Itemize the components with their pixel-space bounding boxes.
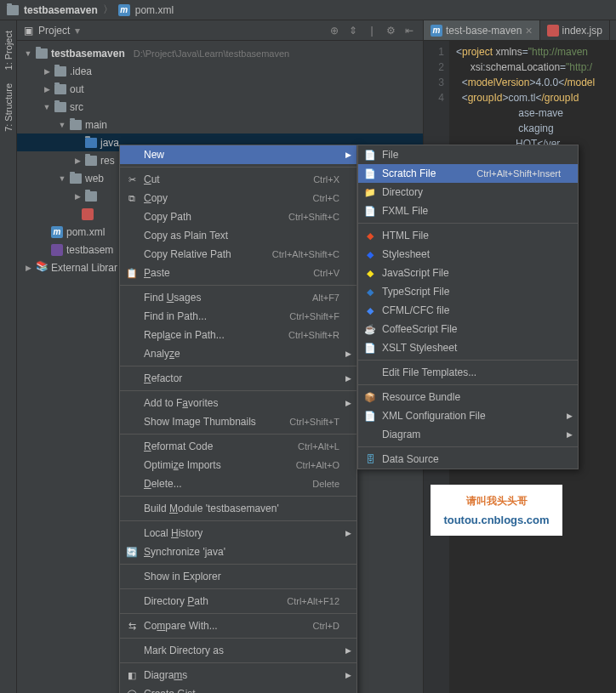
menu-diagrams[interactable]: ◧Diagrams▶ [120, 666, 356, 684]
tree-label: res [100, 155, 115, 167]
tree-node-main[interactable]: main [17, 116, 423, 133]
menu-add-favorites[interactable]: Add to Favorites▶ [120, 394, 356, 412]
submenu-arrow-icon: ▶ [345, 529, 351, 537]
submenu-datasource[interactable]: 🗄Data Source [358, 450, 578, 469]
expand-arrow-icon[interactable] [43, 85, 51, 94]
menu-optimize[interactable]: Optimize ImportsCtrl+Alt+O [120, 456, 356, 474]
expand-arrow-icon[interactable] [58, 174, 66, 183]
menu-compare[interactable]: ⇆Compare With...Ctrl+D [120, 616, 356, 635]
diagram-icon: ◧ [125, 668, 139, 682]
close-icon[interactable]: × [525, 24, 532, 37]
breadcrumb-folder[interactable]: testbasemaven [24, 4, 98, 16]
collapse-icon[interactable]: ⇕ [346, 24, 360, 37]
expand-arrow-icon[interactable] [58, 121, 66, 129]
menu-label: Copy [144, 192, 168, 204]
menu-show-thumbnails[interactable]: Show Image ThumbnailsCtrl+Shift+T [120, 412, 356, 431]
dropdown-arrow-icon[interactable]: ▾ [75, 25, 80, 37]
expand-arrow-icon[interactable] [43, 67, 51, 76]
tree-node-src[interactable]: src [17, 98, 423, 116]
breadcrumb-file[interactable]: pom.xml [135, 4, 174, 16]
menu-find-usages[interactable]: Find UsagesAlt+F7 [120, 288, 356, 307]
menu-find-in-path[interactable]: Find in Path...Ctrl+Shift+F [120, 307, 356, 326]
expand-arrow-icon[interactable] [24, 264, 32, 272]
submenu-bundle[interactable]: 📦Resource Bundle [358, 388, 578, 406]
menu-label: Copy Relative Path [144, 248, 231, 260]
menu-analyze[interactable]: Analyze▶ [120, 344, 356, 363]
expand-arrow-icon[interactable] [24, 49, 32, 58]
submenu-fxml[interactable]: 📄FXML File [358, 202, 578, 220]
menu-create-gist[interactable]: ◯Create Gist... [120, 684, 356, 693]
menu-label: Scratch File [382, 168, 436, 179]
submenu-xslt[interactable]: 📄XSLT Stylesheet [358, 338, 578, 357]
menu-label: HTML File [382, 230, 429, 241]
menu-label: Optimize Imports [144, 459, 221, 471]
submenu-coffee[interactable]: ☕CoffeeScript File [358, 320, 578, 338]
tree-node-idea[interactable]: .idea [17, 62, 423, 80]
module-file-icon [51, 244, 63, 256]
submenu-stylesheet[interactable]: ◆Stylesheet [358, 245, 578, 264]
menu-label: JavaScript File [382, 267, 449, 279]
tree-node-out[interactable]: out [17, 80, 423, 98]
tree-label: External Librar [51, 262, 117, 274]
submenu-ts[interactable]: ◆TypeScript File [358, 282, 578, 301]
side-tab-structure[interactable]: 7: Structure [2, 80, 15, 135]
menu-delete[interactable]: Delete...Delete [120, 474, 356, 493]
menu-new[interactable]: New▶ [120, 145, 356, 164]
menu-build-module[interactable]: Build Module 'testbasemaven' [120, 499, 356, 518]
submenu-arrow-icon: ▶ [345, 671, 351, 679]
ts-icon: ◆ [363, 285, 377, 298]
submenu-js[interactable]: ◆JavaScript File [358, 264, 578, 282]
css-icon: ◆ [363, 247, 377, 261]
menu-refactor[interactable]: Refactor▶ [120, 369, 356, 388]
sync-icon: 🔄 [125, 545, 139, 559]
menu-copy[interactable]: ⧉CopyCtrl+C [120, 189, 356, 207]
submenu-directory[interactable]: 📁Directory [358, 183, 578, 202]
menu-copy-path[interactable]: Copy PathCtrl+Shift+C [120, 207, 356, 226]
menu-copy-plain[interactable]: Copy as Plain Text [120, 226, 356, 245]
context-menu: New▶ ✂CutCtrl+X ⧉CopyCtrl+C Copy PathCtr… [119, 145, 357, 693]
submenu-cfml[interactable]: ◆CFML/CFC file [358, 301, 578, 320]
menu-cut[interactable]: ✂CutCtrl+X [120, 170, 356, 189]
menu-directory-path[interactable]: Directory PathCtrl+Alt+F12 [120, 592, 356, 611]
menu-synchronize[interactable]: 🔄Synchronize 'java' [120, 542, 356, 561]
hide-icon[interactable]: ⇤ [402, 24, 416, 37]
submenu-html[interactable]: ◆HTML File [358, 226, 578, 245]
expand-arrow-icon[interactable] [73, 192, 82, 201]
tree-root[interactable]: testbasemaven D:\Project\Java\Learn\test… [17, 44, 423, 62]
submenu-file[interactable]: 📄File [358, 145, 578, 164]
side-tab-project[interactable]: 1: Project [2, 27, 15, 73]
editor-tab[interactable]: m test-base-maven × [424, 20, 540, 40]
menu-show-explorer[interactable]: Show in Explorer [120, 567, 356, 586]
menu-copy-rel[interactable]: Copy Relative PathCtrl+Alt+Shift+C [120, 245, 356, 264]
menu-local-history[interactable]: Local History▶ [120, 524, 356, 542]
database-icon: 🗄 [363, 452, 377, 466]
submenu-scratch[interactable]: 📄Scratch FileCtrl+Alt+Shift+Insert [358, 164, 578, 183]
hotkey: Ctrl+Shift+T [289, 417, 339, 427]
hotkey: Ctrl+Alt+L [298, 441, 339, 452]
new-submenu: 📄File 📄Scratch FileCtrl+Alt+Shift+Insert… [357, 145, 579, 469]
submenu-xml-config[interactable]: 📄XML Configuration File▶ [358, 406, 578, 425]
menu-reformat[interactable]: Reformat CodeCtrl+Alt+L [120, 437, 356, 456]
menu-label: XML Configuration File [382, 410, 486, 422]
menu-replace-in-path[interactable]: Replace in Path...Ctrl+Shift+R [120, 326, 356, 344]
menu-label: New [144, 149, 164, 161]
menu-label: Show in Explorer [144, 571, 221, 582]
folder-icon [54, 102, 66, 112]
hotkey: Ctrl+X [313, 174, 339, 185]
menu-mark-directory[interactable]: Mark Directory as▶ [120, 641, 356, 660]
menu-separator [358, 360, 578, 361]
fxml-icon: 📄 [363, 204, 377, 218]
gear-icon[interactable]: ⚙ [384, 24, 397, 37]
submenu-diagram[interactable]: Diagram▶ [358, 425, 578, 444]
hotkey: Ctrl+Shift+R [288, 330, 339, 340]
submenu-edit-templates[interactable]: Edit File Templates... [358, 363, 578, 382]
folder-icon [70, 173, 82, 184]
target-icon[interactable]: ⊕ [328, 24, 341, 37]
expand-arrow-icon[interactable] [43, 103, 51, 111]
divider-icon: | [365, 24, 379, 37]
expand-arrow-icon[interactable] [73, 156, 82, 165]
editor-tab[interactable]: index.jsp [540, 20, 610, 40]
menu-paste[interactable]: 📋PasteCtrl+V [120, 264, 356, 282]
submenu-arrow-icon: ▶ [567, 412, 573, 420]
panel-title[interactable]: Project [38, 25, 70, 37]
